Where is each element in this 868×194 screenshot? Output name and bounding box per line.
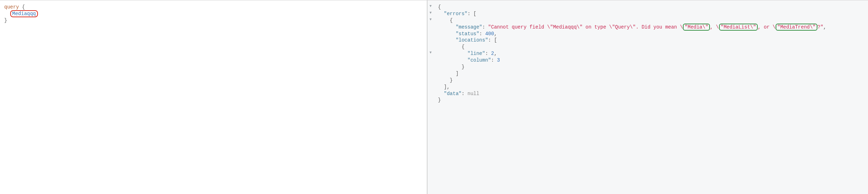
red-highlight-box: Mediaqqq: [10, 10, 38, 17]
suggestion-mediatrend: "MediaTrend\": [777, 24, 816, 30]
fold-toggle-icon[interactable]: ▼: [430, 11, 432, 17]
query-keyword: query: [4, 4, 19, 10]
graphql-ide: query { Mediaqqq } ▼ ▼ ▼ ▼ { "errors": […: [0, 0, 868, 194]
fold-toggle-icon[interactable]: ▼: [430, 17, 432, 24]
json-key-errors: "errors": [444, 11, 468, 17]
green-highlight-box: "MediaList\": [719, 24, 758, 31]
response-panel: ▼ ▼ ▼ ▼ { "errors": [ { "message": "Cann…: [427, 0, 868, 194]
data-null: null: [468, 91, 479, 96]
suggestion-media: "Media\": [685, 24, 708, 30]
json-key-column: "column": [468, 57, 491, 63]
json-brace: }: [438, 97, 441, 103]
brace-close: }: [4, 18, 7, 23]
error-message-text: "Cannot query field \"Mediaqqq\" on type…: [488, 24, 683, 30]
fold-toggle-icon[interactable]: ▼: [430, 4, 432, 11]
json-key-locations: "locations": [456, 37, 488, 43]
fold-gutter: ▼ ▼ ▼ ▼: [428, 0, 434, 194]
json-key-status: "status": [456, 31, 479, 37]
column-number: 3: [497, 57, 500, 63]
suggestion-medialist: "MediaList\": [721, 24, 756, 30]
query-editor[interactable]: query { Mediaqqq }: [0, 0, 427, 194]
json-brace: {: [438, 4, 441, 10]
fold-toggle-icon[interactable]: ▼: [430, 50, 432, 57]
json-key-line: "line": [468, 51, 485, 56]
brace-open: {: [22, 4, 25, 10]
query-field-name: Mediaqqq: [12, 11, 36, 17]
green-highlight-box: "MediaTrend\": [776, 24, 817, 31]
green-highlight-box: "Media\": [683, 24, 710, 31]
json-key-data: "data": [444, 91, 462, 96]
response-viewer[interactable]: { "errors": [ { "message": "Cannot query…: [434, 0, 868, 194]
json-key-message: "message": [456, 24, 482, 30]
status-code: 400: [485, 31, 494, 37]
